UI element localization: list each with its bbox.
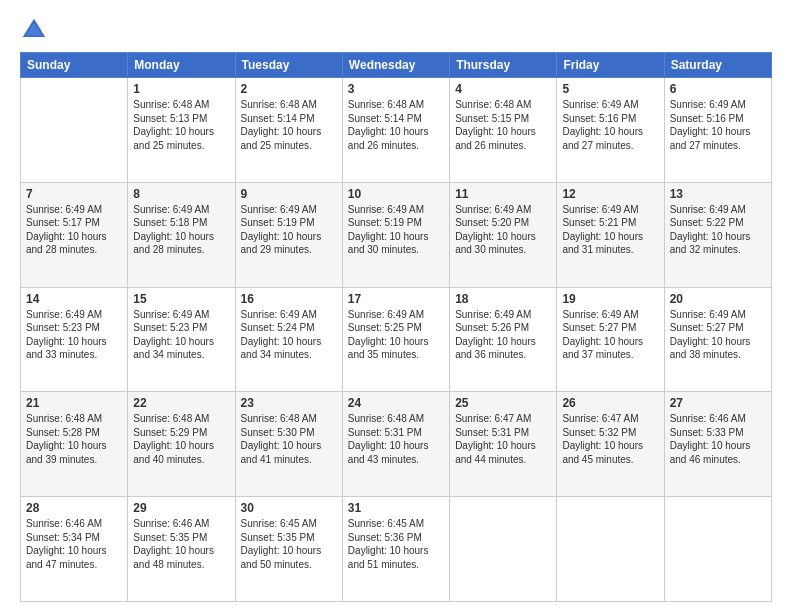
calendar-cell: 4Sunrise: 6:48 AMSunset: 5:15 PMDaylight… bbox=[450, 78, 557, 183]
day-number: 5 bbox=[562, 82, 658, 96]
calendar-week-row: 21Sunrise: 6:48 AMSunset: 5:28 PMDayligh… bbox=[21, 392, 772, 497]
day-info: Sunrise: 6:46 AMSunset: 5:33 PMDaylight:… bbox=[670, 412, 766, 466]
day-info: Sunrise: 6:49 AMSunset: 5:18 PMDaylight:… bbox=[133, 203, 229, 257]
calendar-cell: 7Sunrise: 6:49 AMSunset: 5:17 PMDaylight… bbox=[21, 182, 128, 287]
day-info: Sunrise: 6:49 AMSunset: 5:26 PMDaylight:… bbox=[455, 308, 551, 362]
calendar-cell: 20Sunrise: 6:49 AMSunset: 5:27 PMDayligh… bbox=[664, 287, 771, 392]
day-number: 13 bbox=[670, 187, 766, 201]
day-number: 2 bbox=[241, 82, 337, 96]
day-number: 9 bbox=[241, 187, 337, 201]
day-info: Sunrise: 6:49 AMSunset: 5:21 PMDaylight:… bbox=[562, 203, 658, 257]
day-info: Sunrise: 6:49 AMSunset: 5:22 PMDaylight:… bbox=[670, 203, 766, 257]
day-info: Sunrise: 6:48 AMSunset: 5:30 PMDaylight:… bbox=[241, 412, 337, 466]
day-number: 23 bbox=[241, 396, 337, 410]
calendar-cell: 6Sunrise: 6:49 AMSunset: 5:16 PMDaylight… bbox=[664, 78, 771, 183]
day-number: 26 bbox=[562, 396, 658, 410]
day-number: 15 bbox=[133, 292, 229, 306]
day-number: 7 bbox=[26, 187, 122, 201]
day-info: Sunrise: 6:47 AMSunset: 5:31 PMDaylight:… bbox=[455, 412, 551, 466]
calendar-week-row: 28Sunrise: 6:46 AMSunset: 5:34 PMDayligh… bbox=[21, 497, 772, 602]
day-number: 14 bbox=[26, 292, 122, 306]
calendar-cell: 13Sunrise: 6:49 AMSunset: 5:22 PMDayligh… bbox=[664, 182, 771, 287]
calendar-cell: 28Sunrise: 6:46 AMSunset: 5:34 PMDayligh… bbox=[21, 497, 128, 602]
calendar-cell: 23Sunrise: 6:48 AMSunset: 5:30 PMDayligh… bbox=[235, 392, 342, 497]
calendar-cell: 25Sunrise: 6:47 AMSunset: 5:31 PMDayligh… bbox=[450, 392, 557, 497]
calendar-cell: 24Sunrise: 6:48 AMSunset: 5:31 PMDayligh… bbox=[342, 392, 449, 497]
calendar-cell bbox=[557, 497, 664, 602]
day-info: Sunrise: 6:49 AMSunset: 5:24 PMDaylight:… bbox=[241, 308, 337, 362]
calendar-cell: 27Sunrise: 6:46 AMSunset: 5:33 PMDayligh… bbox=[664, 392, 771, 497]
day-number: 19 bbox=[562, 292, 658, 306]
day-info: Sunrise: 6:49 AMSunset: 5:19 PMDaylight:… bbox=[348, 203, 444, 257]
day-number: 3 bbox=[348, 82, 444, 96]
calendar-day-header: Saturday bbox=[664, 53, 771, 78]
day-number: 24 bbox=[348, 396, 444, 410]
day-number: 27 bbox=[670, 396, 766, 410]
day-info: Sunrise: 6:49 AMSunset: 5:23 PMDaylight:… bbox=[133, 308, 229, 362]
day-info: Sunrise: 6:49 AMSunset: 5:27 PMDaylight:… bbox=[562, 308, 658, 362]
calendar-cell: 16Sunrise: 6:49 AMSunset: 5:24 PMDayligh… bbox=[235, 287, 342, 392]
calendar-header-row: SundayMondayTuesdayWednesdayThursdayFrid… bbox=[21, 53, 772, 78]
calendar-cell: 31Sunrise: 6:45 AMSunset: 5:36 PMDayligh… bbox=[342, 497, 449, 602]
calendar-cell: 8Sunrise: 6:49 AMSunset: 5:18 PMDaylight… bbox=[128, 182, 235, 287]
logo bbox=[20, 16, 52, 44]
day-number: 4 bbox=[455, 82, 551, 96]
calendar-cell: 10Sunrise: 6:49 AMSunset: 5:19 PMDayligh… bbox=[342, 182, 449, 287]
calendar-cell: 17Sunrise: 6:49 AMSunset: 5:25 PMDayligh… bbox=[342, 287, 449, 392]
day-number: 18 bbox=[455, 292, 551, 306]
day-number: 1 bbox=[133, 82, 229, 96]
calendar-week-row: 14Sunrise: 6:49 AMSunset: 5:23 PMDayligh… bbox=[21, 287, 772, 392]
calendar-cell: 26Sunrise: 6:47 AMSunset: 5:32 PMDayligh… bbox=[557, 392, 664, 497]
day-number: 8 bbox=[133, 187, 229, 201]
calendar-table: SundayMondayTuesdayWednesdayThursdayFrid… bbox=[20, 52, 772, 602]
day-number: 20 bbox=[670, 292, 766, 306]
day-info: Sunrise: 6:49 AMSunset: 5:16 PMDaylight:… bbox=[562, 98, 658, 152]
day-info: Sunrise: 6:46 AMSunset: 5:35 PMDaylight:… bbox=[133, 517, 229, 571]
calendar-day-header: Wednesday bbox=[342, 53, 449, 78]
day-info: Sunrise: 6:49 AMSunset: 5:25 PMDaylight:… bbox=[348, 308, 444, 362]
day-number: 11 bbox=[455, 187, 551, 201]
day-number: 6 bbox=[670, 82, 766, 96]
day-number: 12 bbox=[562, 187, 658, 201]
day-info: Sunrise: 6:48 AMSunset: 5:14 PMDaylight:… bbox=[348, 98, 444, 152]
day-info: Sunrise: 6:49 AMSunset: 5:17 PMDaylight:… bbox=[26, 203, 122, 257]
day-number: 25 bbox=[455, 396, 551, 410]
calendar-week-row: 7Sunrise: 6:49 AMSunset: 5:17 PMDaylight… bbox=[21, 182, 772, 287]
day-info: Sunrise: 6:48 AMSunset: 5:15 PMDaylight:… bbox=[455, 98, 551, 152]
calendar-day-header: Monday bbox=[128, 53, 235, 78]
day-info: Sunrise: 6:49 AMSunset: 5:16 PMDaylight:… bbox=[670, 98, 766, 152]
day-number: 28 bbox=[26, 501, 122, 515]
calendar-cell: 21Sunrise: 6:48 AMSunset: 5:28 PMDayligh… bbox=[21, 392, 128, 497]
calendar-cell: 14Sunrise: 6:49 AMSunset: 5:23 PMDayligh… bbox=[21, 287, 128, 392]
calendar-cell: 18Sunrise: 6:49 AMSunset: 5:26 PMDayligh… bbox=[450, 287, 557, 392]
day-number: 29 bbox=[133, 501, 229, 515]
calendar-cell: 12Sunrise: 6:49 AMSunset: 5:21 PMDayligh… bbox=[557, 182, 664, 287]
calendar-cell: 2Sunrise: 6:48 AMSunset: 5:14 PMDaylight… bbox=[235, 78, 342, 183]
day-info: Sunrise: 6:48 AMSunset: 5:31 PMDaylight:… bbox=[348, 412, 444, 466]
day-info: Sunrise: 6:49 AMSunset: 5:23 PMDaylight:… bbox=[26, 308, 122, 362]
day-number: 30 bbox=[241, 501, 337, 515]
calendar-cell: 3Sunrise: 6:48 AMSunset: 5:14 PMDaylight… bbox=[342, 78, 449, 183]
calendar-cell: 29Sunrise: 6:46 AMSunset: 5:35 PMDayligh… bbox=[128, 497, 235, 602]
day-number: 21 bbox=[26, 396, 122, 410]
calendar-cell: 1Sunrise: 6:48 AMSunset: 5:13 PMDaylight… bbox=[128, 78, 235, 183]
day-number: 16 bbox=[241, 292, 337, 306]
day-number: 17 bbox=[348, 292, 444, 306]
calendar-cell: 11Sunrise: 6:49 AMSunset: 5:20 PMDayligh… bbox=[450, 182, 557, 287]
calendar-day-header: Tuesday bbox=[235, 53, 342, 78]
calendar-cell: 9Sunrise: 6:49 AMSunset: 5:19 PMDaylight… bbox=[235, 182, 342, 287]
calendar-cell: 19Sunrise: 6:49 AMSunset: 5:27 PMDayligh… bbox=[557, 287, 664, 392]
calendar-cell: 22Sunrise: 6:48 AMSunset: 5:29 PMDayligh… bbox=[128, 392, 235, 497]
page: SundayMondayTuesdayWednesdayThursdayFrid… bbox=[0, 0, 792, 612]
day-info: Sunrise: 6:49 AMSunset: 5:27 PMDaylight:… bbox=[670, 308, 766, 362]
header bbox=[20, 16, 772, 44]
calendar-cell: 5Sunrise: 6:49 AMSunset: 5:16 PMDaylight… bbox=[557, 78, 664, 183]
day-info: Sunrise: 6:49 AMSunset: 5:19 PMDaylight:… bbox=[241, 203, 337, 257]
day-info: Sunrise: 6:48 AMSunset: 5:14 PMDaylight:… bbox=[241, 98, 337, 152]
day-info: Sunrise: 6:48 AMSunset: 5:28 PMDaylight:… bbox=[26, 412, 122, 466]
calendar-cell bbox=[21, 78, 128, 183]
day-number: 10 bbox=[348, 187, 444, 201]
logo-icon bbox=[20, 16, 48, 44]
day-info: Sunrise: 6:48 AMSunset: 5:13 PMDaylight:… bbox=[133, 98, 229, 152]
day-info: Sunrise: 6:46 AMSunset: 5:34 PMDaylight:… bbox=[26, 517, 122, 571]
